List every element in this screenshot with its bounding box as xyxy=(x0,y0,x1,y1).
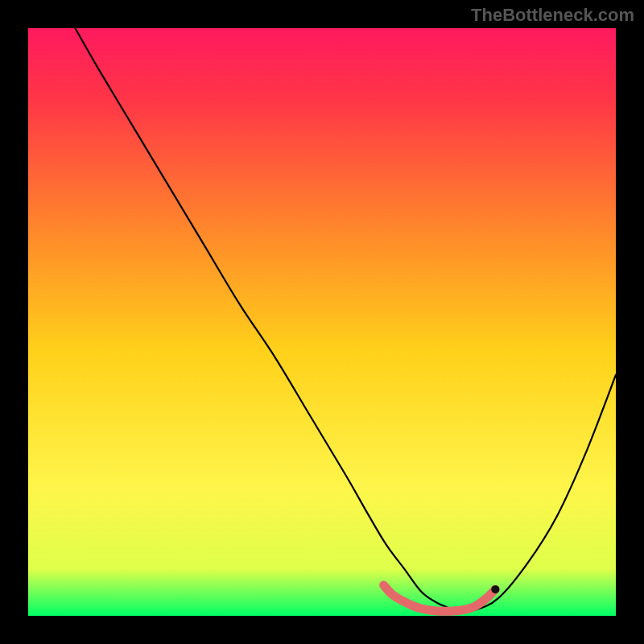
watermark-text: TheBottleneck.com xyxy=(471,5,634,26)
chart-background xyxy=(28,28,616,616)
chart-svg xyxy=(0,0,644,644)
optimal-dot xyxy=(491,585,499,593)
chart-wrapper: TheBottleneck.com xyxy=(0,0,644,644)
